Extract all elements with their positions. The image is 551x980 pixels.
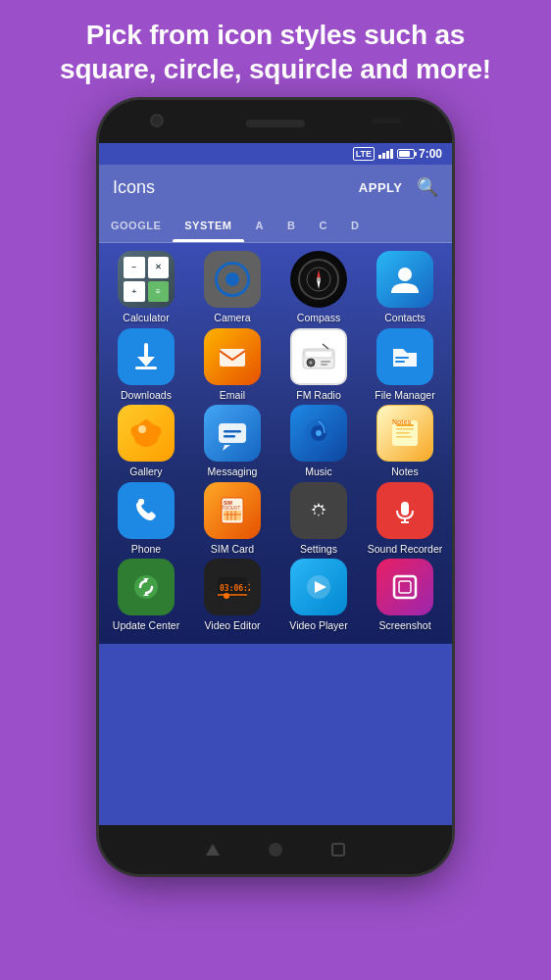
list-item[interactable]: Notes Notes (367, 405, 443, 478)
icon-label: Email (220, 389, 245, 402)
icons-row-2: Downloads Email (103, 328, 448, 402)
status-bar: LTE 7:00 (99, 143, 452, 165)
svg-point-49 (224, 593, 229, 599)
tab-c[interactable]: C (307, 209, 338, 242)
svg-marker-6 (137, 357, 155, 367)
list-item[interactable]: Downloads (108, 328, 184, 402)
back-button[interactable] (206, 844, 220, 856)
icons-row-3: Gallery Messaging (103, 405, 448, 478)
list-item[interactable]: Update Center (108, 559, 184, 632)
tab-google[interactable]: GOOGLE (99, 209, 173, 242)
list-item[interactable]: Sound Recorder (367, 482, 443, 556)
icon-label: Contacts (384, 312, 425, 324)
phone-speaker (246, 120, 305, 127)
icons-row-1: − ✕ + ≡ Calculator Camer (103, 251, 448, 324)
icon-label: Downloads (121, 389, 172, 402)
apply-button[interactable]: APPLY (359, 180, 403, 195)
svg-rect-19 (219, 423, 246, 443)
list-item[interactable]: Gallery (108, 405, 184, 478)
list-item[interactable]: Phone (108, 482, 184, 556)
svg-rect-52 (394, 576, 416, 598)
tabs-bar: GOOGLE SYSTEM A B C D (99, 210, 452, 243)
svg-rect-13 (321, 361, 330, 363)
icon-label: Camera (214, 312, 250, 324)
clock: 7:00 (419, 147, 442, 161)
phone-top-bar (99, 100, 452, 143)
icon-label: SIM Card (211, 543, 254, 556)
front-camera (150, 114, 164, 127)
tab-b[interactable]: B (276, 209, 307, 242)
svg-rect-16 (395, 357, 409, 359)
list-item[interactable]: − ✕ + ≡ Calculator (108, 251, 184, 324)
svg-text:03:06:29: 03:06:29 (220, 584, 250, 593)
icon-label: Messaging (208, 466, 258, 478)
signal-icon (378, 149, 393, 159)
tab-a[interactable]: A (244, 209, 276, 242)
list-item[interactable]: Video Player (280, 559, 357, 632)
app-bar: Icons APPLY 🔍 (99, 165, 452, 210)
list-item[interactable]: Email (194, 328, 271, 402)
list-item[interactable]: Screenshot (367, 559, 443, 632)
icons-grid: − ✕ + ≡ Calculator Camer (99, 243, 452, 644)
promo-header: Pick from icon styles such as square, ci… (0, 0, 551, 100)
battery-icon (397, 149, 415, 159)
list-item[interactable]: Camera (194, 251, 271, 324)
svg-rect-8 (220, 349, 245, 367)
icon-label: Compass (297, 312, 340, 324)
svg-text:Notes: Notes (392, 418, 412, 425)
list-item[interactable]: FM Radio (280, 328, 357, 402)
phone-sensor (372, 118, 401, 123)
tab-system[interactable]: SYSTEM (173, 209, 243, 242)
svg-rect-7 (135, 367, 157, 369)
recents-button[interactable] (331, 843, 345, 857)
svg-rect-27 (396, 428, 414, 430)
icon-label: Phone (131, 543, 161, 556)
icon-label: Video Editor (204, 619, 260, 632)
icon-label: Calculator (123, 312, 169, 324)
icon-label: Music (305, 466, 331, 478)
icon-label: Sound Recorder (368, 543, 442, 556)
svg-point-40 (315, 507, 323, 514)
list-item[interactable]: Compass (280, 251, 357, 324)
list-item[interactable]: Messaging (194, 405, 271, 478)
icon-label: File Manager (375, 389, 434, 402)
home-button[interactable] (269, 843, 282, 857)
icon-label: Gallery (129, 466, 162, 478)
svg-point-3 (317, 277, 321, 281)
tab-d[interactable]: D (339, 209, 371, 242)
icons-row-5: Update Center 03:06:29 Video Editor (103, 559, 448, 632)
svg-point-4 (398, 268, 412, 281)
list-item[interactable]: File Manager (367, 328, 443, 402)
svg-line-15 (323, 344, 328, 349)
svg-rect-42 (401, 502, 409, 515)
svg-rect-14 (321, 364, 327, 366)
svg-point-18 (138, 425, 146, 433)
svg-rect-10 (305, 351, 332, 358)
search-icon[interactable]: 🔍 (417, 176, 439, 198)
svg-point-12 (310, 361, 313, 364)
svg-point-24 (316, 430, 322, 436)
svg-rect-29 (396, 436, 412, 438)
list-item[interactable]: 03:06:29 Video Editor (194, 559, 271, 632)
icon-label: Update Center (113, 619, 179, 632)
list-item[interactable]: Settings (280, 482, 357, 556)
app-bar-title: Icons (113, 177, 155, 198)
svg-rect-20 (224, 430, 241, 433)
promo-text: Pick from icon styles such as square, ci… (60, 20, 491, 84)
svg-rect-34 (224, 511, 241, 520)
phone-shell: LTE 7:00 Icons APPLY 🔍 (99, 100, 452, 874)
icon-label: FM Radio (296, 389, 341, 402)
icon-label: Notes (391, 466, 418, 478)
icon-label: Screenshot (378, 619, 430, 632)
icon-label: Settings (300, 543, 337, 556)
svg-rect-53 (399, 581, 411, 593)
svg-rect-28 (396, 432, 410, 434)
list-item[interactable]: Music (280, 405, 357, 478)
list-item[interactable]: Contacts (367, 251, 443, 324)
icon-label: Video Player (289, 619, 347, 632)
lte-indicator: LTE (353, 147, 375, 161)
svg-text:TOOLKIT: TOOLKIT (222, 506, 240, 511)
phone-bottom-nav (99, 825, 452, 874)
svg-rect-17 (395, 361, 405, 363)
list-item[interactable]: SIM TOOLKIT SIM Card (194, 482, 271, 556)
